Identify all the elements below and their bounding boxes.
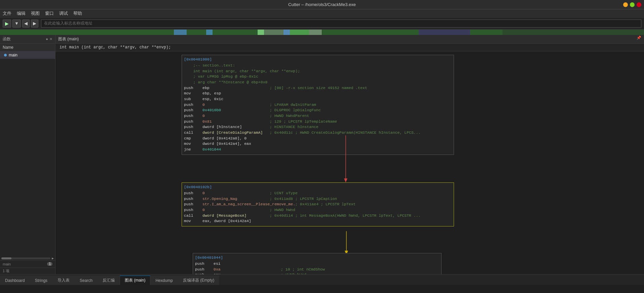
asm-block-3-header: [0x00401044] (195, 255, 439, 260)
maximize-button[interactable] (630, 2, 635, 7)
graph-area[interactable]: [0x00401000] ;-- section..text: int main… (55, 51, 644, 274)
asm-line: ; var LPMSG lpMsg @ ebp-0x1c (184, 74, 452, 80)
sidebar-icon-gear[interactable]: ✕ (49, 37, 52, 41)
scroll-arrow-right[interactable]: ▶ (52, 256, 54, 260)
tab-search[interactable]: Search (75, 276, 98, 285)
asm-line: push 0 ; HWND hWnd (184, 207, 452, 213)
asm-line: push 0 ; UINT uType (184, 191, 452, 196)
sidebar-item-label: main (9, 53, 17, 57)
asm-line: mov dword [0x4142a4], eax (184, 141, 452, 147)
asm-line: push 0x4010b0 ; DLGPROC lpDialogFunc (184, 108, 452, 113)
asm-line: call dword [CreateDialogParamA] ; 0x40d1… (184, 130, 452, 136)
address-input[interactable] (41, 19, 641, 28)
tab-graph-main[interactable]: 图表 (main) (120, 276, 150, 285)
toolbar: ▶ ▼ ◀ ▶ (0, 17, 644, 30)
connector-2-3 (345, 231, 365, 255)
asm-line: push 0 ; HWND hWndParent (184, 113, 452, 119)
menu-file[interactable]: 文件 (3, 10, 11, 16)
back-button[interactable]: ◀ (22, 19, 30, 28)
asm-line: mov eax, dword [0x4142a4] (184, 218, 452, 224)
graph-panel-title: 图表 (main) (58, 36, 79, 42)
menu-bar: 文件 编辑 视图 窗口 调试 帮助 (0, 9, 644, 17)
svg-marker-5 (344, 178, 347, 182)
asm-block-1-header: [0x00401000] (184, 57, 452, 61)
asm-line: int main (int argc, char **argv, char **… (184, 69, 452, 74)
sidebar-header: 函数 ● ✕ (0, 35, 55, 44)
sidebar-footer: main 1 (0, 260, 55, 267)
asm-line: mov ebp, esp (184, 91, 452, 96)
dropdown-button[interactable]: ▼ (12, 19, 21, 28)
close-button[interactable] (637, 2, 641, 7)
asm-line: push ebp ; [00] -r-x section size 49152 … (184, 85, 452, 91)
minimize-button[interactable] (623, 2, 628, 7)
sidebar-dot-icon (4, 54, 7, 56)
asm-line: push eax ; HWND hWnd (195, 272, 439, 274)
asm-block-2-header: [0x0040102b] (184, 185, 452, 189)
asm-line: ;-- section..text: (184, 63, 452, 69)
asm-block-3[interactable]: [0x00401044] push esi push 0xa ; 10 ; in… (193, 253, 442, 274)
play-button[interactable]: ▶ (3, 19, 11, 28)
tab-hexdump[interactable]: Hexdump (150, 276, 178, 285)
tab-dashboard[interactable]: Dashboard (0, 276, 30, 285)
sidebar-col-name: Name (3, 45, 13, 50)
menu-view[interactable]: 视图 (31, 10, 40, 16)
sidebar-title-row: Name (0, 44, 55, 51)
menu-edit[interactable]: 编辑 (17, 10, 26, 16)
sidebar-total-count: 1 项 (0, 267, 55, 274)
graph-panel-header: 图表 (main) 📌 (55, 35, 644, 44)
window-controls (623, 2, 641, 7)
func-sig-text: int main (int argc, char **argv, char **… (60, 45, 171, 50)
main-layout: 函数 ● ✕ Name main ▶ main 1 1 项 (0, 35, 644, 274)
asm-line: sub esp, 0x1c (184, 96, 452, 102)
bottom-tabs: Dashboard Strings 导入表 Search 反汇编 图表 (mai… (0, 274, 644, 285)
menu-debug[interactable]: 调试 (59, 10, 68, 16)
asm-line: push esi (195, 261, 439, 267)
asm-line: push 0x81 ; 129 ; LPCSTR lpTemplateName (184, 119, 452, 125)
asm-line: push str.Opening_Nag ; 0x411ad8 ; LPCSTR… (184, 196, 452, 202)
forward-button[interactable]: ▶ (31, 19, 38, 28)
title-bar: Cutter – /home/ols3/CrackMe3.exe (0, 0, 644, 9)
asm-block-1[interactable]: [0x00401000] ;-- section..text: int main… (182, 55, 454, 155)
asm-line: push 0 ; LPARAM dwInitParam (184, 102, 452, 108)
sidebar-item-count: main (3, 262, 11, 266)
tab-imports[interactable]: 导入表 (52, 276, 75, 285)
content-area: 图表 (main) 📌 int main (int argc, char **a… (55, 35, 644, 274)
tab-strings[interactable]: Strings (30, 276, 52, 285)
sidebar-count-badge: 1 (47, 262, 52, 266)
minimap-bar (0, 30, 644, 35)
asm-line: push str.I_am_a_nag_screen__Please_remov… (184, 202, 452, 207)
asm-line: jne 0x401044 (184, 147, 452, 153)
menu-help[interactable]: 帮助 (73, 10, 82, 16)
window-title: Cutter – /home/ols3/CrackMe3.exe (288, 2, 356, 7)
asm-line: push dword [hInstance] ; HINSTANCE hInst… (184, 124, 452, 130)
sidebar: 函数 ● ✕ Name main ▶ main 1 1 项 (0, 35, 55, 274)
asm-line: call dword [MessageBoxA] ; 0x40d114 ; in… (184, 213, 452, 219)
asm-line: cmp dword [0x4142a0], 0 (184, 136, 452, 141)
asm-line: push 0xa ; 10 ; int nCmdShow (195, 267, 439, 273)
func-signature: int main (int argc, char **argv, char **… (55, 44, 644, 51)
tab-disasm[interactable]: 反汇编 (98, 276, 120, 285)
menu-window[interactable]: 窗口 (45, 10, 54, 16)
pin-icon[interactable]: 📌 (637, 36, 641, 40)
tab-decompiler[interactable]: 反编译器 (Empty) (178, 276, 219, 285)
sidebar-icon-circle[interactable]: ● (46, 37, 48, 41)
asm-line: ; arg char **hInstance @ ebp+0x8 (184, 80, 452, 85)
asm-block-2[interactable]: [0x0040102b] push 0 ; UINT uType push st… (182, 182, 454, 226)
sidebar-label: 函数 (3, 36, 11, 42)
sidebar-scrollbar[interactable]: ▶ (0, 256, 55, 260)
sidebar-item-main[interactable]: main (0, 51, 55, 59)
